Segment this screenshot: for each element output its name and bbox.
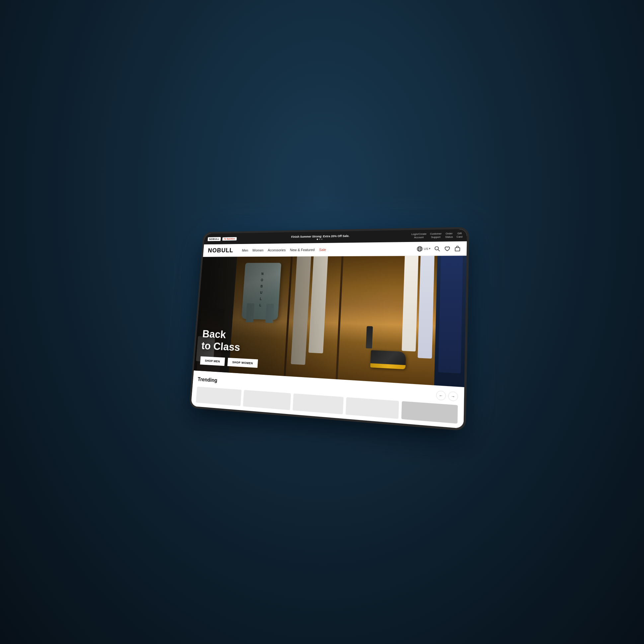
trending-item-3[interactable] — [293, 393, 344, 414]
nav-sale[interactable]: Sale — [319, 248, 326, 252]
shop-men-button[interactable]: SHOP MEN — [200, 356, 225, 366]
dot-1[interactable] — [317, 239, 318, 240]
locale-selector[interactable]: US ▾ — [417, 246, 431, 252]
promo-bar: Finish Summer Strong: Extra 20% Off Sale… — [240, 233, 407, 241]
support-link[interactable]: Customer Support — [430, 232, 442, 239]
nav-actions: US ▾ — [417, 245, 461, 252]
trending-title: Trending — [198, 376, 217, 383]
carousel-controls: ← → — [436, 390, 458, 401]
svg-point-5 — [435, 246, 439, 250]
gift-card-link[interactable]: Gift Card — [456, 232, 462, 239]
trending-item-2[interactable] — [243, 390, 291, 410]
svg-line-6 — [438, 249, 440, 251]
trending-item-4[interactable] — [345, 397, 399, 419]
dot-2[interactable] — [319, 239, 320, 240]
nav-links: Men Women Accessories New & Featured Sal… — [242, 247, 410, 252]
svg-rect-7 — [455, 247, 460, 251]
top-links: Login/Create Account Customer Support Or… — [411, 232, 463, 239]
search-icon[interactable] — [434, 246, 441, 252]
locale-label: US — [424, 247, 428, 250]
nutrition-logo-text: T2 Nutrition — [224, 238, 235, 240]
main-logo[interactable]: NOBULL — [208, 247, 234, 254]
browser-window: NOBULL T2 Nutrition Finish Summer Strong… — [191, 229, 467, 429]
shop-women-button[interactable]: SHOP WOMEN — [227, 358, 258, 368]
order-link[interactable]: Order Status — [445, 232, 453, 239]
dot-3[interactable] — [321, 239, 323, 240]
login-link[interactable]: Login/Create Account — [411, 232, 427, 239]
shopping-bag-icon[interactable] — [454, 245, 461, 252]
brand-logos: NOBULL T2 Nutrition — [207, 237, 237, 241]
nobull-small-logo[interactable]: NOBULL — [207, 237, 221, 241]
hero-section: NOBULL — [194, 256, 467, 387]
carousel-prev-button[interactable]: ← — [436, 390, 446, 400]
nav-accessories[interactable]: Accessories — [268, 248, 286, 252]
nav-women[interactable]: Women — [252, 248, 264, 252]
trending-item-5[interactable] — [401, 401, 458, 424]
locale-chevron: ▾ — [429, 247, 431, 250]
trending-item-1[interactable] — [196, 387, 242, 406]
nav-bar: NOBULL Men Women Accessories New & Featu… — [203, 241, 467, 257]
wishlist-icon[interactable] — [444, 245, 450, 252]
nav-men[interactable]: Men — [242, 248, 249, 252]
nav-new-featured[interactable]: New & Featured — [290, 248, 315, 252]
nutrition-logo: T2 Nutrition — [222, 237, 237, 241]
globe-icon — [417, 246, 423, 252]
carousel-next-button[interactable]: → — [448, 391, 458, 402]
